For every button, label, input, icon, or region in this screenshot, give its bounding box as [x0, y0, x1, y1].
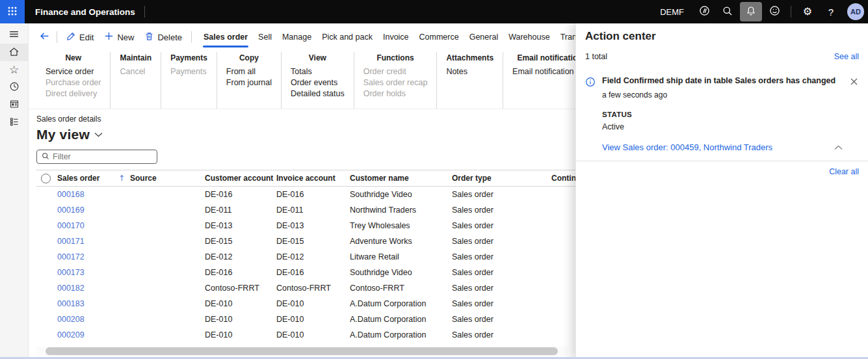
table-row[interactable]: 000209 DE-010 DE-010 A.Datum Corporation… [36, 327, 603, 343]
notification-card[interactable]: Field Confirmed ship date in table Sales… [585, 76, 859, 152]
ribbon-item[interactable]: Service order [46, 66, 94, 77]
action-pane-tab[interactable]: Sales order [200, 23, 251, 51]
ribbon-group-title: Maintain [120, 53, 151, 62]
order-type-cell: Sales order [452, 252, 551, 261]
sales-order-link[interactable]: 000208 [57, 315, 130, 324]
table-row[interactable]: 000170 DE-013 DE-013 Trey Wholesales Sal… [36, 218, 603, 233]
table-row[interactable]: 000172 DE-012 DE-012 Litware Retail Sale… [36, 249, 603, 265]
workspaces-icon [9, 99, 20, 111]
sales-order-link[interactable]: 000183 [57, 299, 130, 308]
order-type-cell: Sales order [452, 315, 551, 324]
table-row[interactable]: 000171 DE-015 DE-015 Adventure Works Sal… [36, 233, 603, 249]
ribbon-item: Payments [170, 66, 207, 77]
table-row[interactable]: 000169 DE-011 DE-011 Northwind Traders S… [36, 202, 603, 218]
sales-order-link[interactable]: 000172 [57, 252, 130, 261]
settings-button[interactable]: ⚙ [796, 2, 819, 21]
feedback-button[interactable] [763, 2, 785, 21]
ribbon-item: Purchase order [46, 77, 101, 88]
column-header-sales-order[interactable]: Sales order [57, 174, 99, 183]
delete-button[interactable]: Delete [139, 31, 187, 43]
column-header-order-type[interactable]: Order type [452, 174, 551, 183]
sales-order-link[interactable]: 000170 [57, 221, 130, 230]
action-pane-tabs: Sales order Sell Manage Pick and pack In… [198, 23, 637, 51]
sort-ascending-icon[interactable]: ↑ [118, 174, 125, 183]
sales-order-link[interactable]: 000209 [57, 330, 130, 339]
order-type-cell: Sales order [452, 237, 551, 246]
help-button[interactable]: ? [820, 2, 842, 21]
ribbon-item: Order holds [363, 88, 406, 100]
sales-order-link[interactable]: 000171 [57, 237, 130, 246]
copilot-button[interactable] [693, 2, 715, 21]
close-notification-button[interactable] [849, 76, 859, 88]
ribbon-group: Functions Order credit Sales order recap… [354, 52, 438, 109]
order-type-cell: Sales order [452, 221, 551, 230]
environment-label[interactable]: DEMF [660, 7, 684, 17]
action-pane-tab[interactable]: General [466, 23, 501, 51]
home-icon [8, 46, 20, 59]
sidebar-item-menu[interactable] [0, 26, 29, 44]
chevron-down-icon[interactable] [94, 130, 103, 139]
action-pane-tab[interactable]: Warehouse [505, 23, 553, 51]
chevron-up-icon[interactable] [834, 143, 843, 152]
sales-order-link[interactable]: 000169 [57, 206, 130, 215]
column-header-customer-name[interactable]: Customer name [350, 174, 452, 183]
sales-order-link[interactable]: 000168 [57, 190, 130, 199]
sidebar-item-recent[interactable] [0, 79, 29, 96]
ribbon-item: Sales order recap [363, 77, 428, 88]
view-sales-order-link[interactable]: View Sales order: 000459, Northwind Trad… [602, 142, 772, 152]
ribbon-item[interactable]: Totals [291, 66, 312, 77]
sales-order-link[interactable]: 000182 [57, 284, 130, 293]
ribbon-item[interactable]: From journal [226, 77, 272, 88]
filter-input[interactable] [53, 152, 152, 161]
table-row[interactable]: 000182 Contoso-FRRT Contoso-FRRT Contoso… [36, 280, 603, 296]
ribbon-item[interactable]: From all [226, 66, 256, 77]
notifications-button[interactable] [740, 2, 762, 21]
ribbon-item[interactable]: Notes [446, 66, 467, 77]
new-button[interactable]: New [99, 31, 139, 43]
toolbar-divider [191, 31, 192, 43]
horizontal-scrollbar-thumb[interactable] [46, 347, 558, 355]
ribbon-item[interactable]: Detailed status [291, 88, 345, 100]
action-pane-tab[interactable]: Invoice [380, 23, 412, 51]
app-launcher-button[interactable] [0, 0, 25, 23]
invoice-account-cell: DE-015 [276, 237, 350, 246]
invoice-account-cell: DE-011 [276, 206, 350, 215]
action-pane-tab[interactable]: Manage [279, 23, 315, 51]
column-header-customer-account[interactable]: Customer account [205, 174, 276, 183]
action-pane-tab[interactable]: Sell [255, 23, 275, 51]
table-row[interactable]: 000208 DE-010 DE-010 A.Datum Corporation… [36, 312, 603, 327]
sidebar-item-workspaces[interactable] [0, 96, 29, 114]
search-icon [722, 6, 733, 18]
action-pane-tab[interactable]: Pick and pack [319, 23, 376, 51]
customer-name-cell: Litware Retail [350, 252, 452, 261]
column-header-invoice-account[interactable]: Invoice account [276, 174, 350, 183]
filter-field[interactable] [36, 150, 157, 164]
order-type-cell: Sales order [452, 268, 551, 277]
table-row[interactable]: 000173 DE-016 DE-016 Southridge Video Sa… [36, 265, 603, 280]
modules-list-icon [9, 116, 20, 129]
clear-all-link[interactable]: Clear all [829, 167, 859, 176]
ribbon-item[interactable]: Order events [291, 77, 337, 88]
pencil-icon [66, 31, 76, 43]
table-row[interactable]: 000183 DE-010 DE-010 A.Datum Corporation… [36, 296, 603, 312]
notification-message: Field Confirmed ship date in table Sales… [602, 76, 843, 86]
sidebar-item-favorites[interactable]: ☆ [0, 61, 29, 79]
action-pane-tab[interactable]: Commerce [416, 23, 462, 51]
sidebar-item-modules[interactable] [0, 114, 29, 131]
table-row[interactable]: 000168 DE-016 DE-016 Southridge Video Sa… [36, 187, 603, 202]
customer-name-cell: Southridge Video [350, 268, 452, 277]
order-type-cell: Sales order [452, 190, 551, 199]
back-button[interactable] [36, 31, 53, 44]
select-all-checkbox[interactable] [41, 174, 51, 183]
horizontal-scrollbar[interactable] [36, 347, 568, 356]
sidebar-item-home[interactable] [0, 44, 29, 61]
account-avatar[interactable]: AD [847, 3, 864, 20]
ribbon-group: Payments Payments [161, 52, 217, 109]
edit-button[interactable]: Edit [61, 31, 99, 43]
column-header-source[interactable]: Source [130, 174, 205, 183]
sales-order-link[interactable]: 000173 [57, 268, 130, 277]
view-title[interactable]: My view [36, 127, 90, 142]
see-all-link[interactable]: See all [834, 52, 859, 61]
edit-label: Edit [79, 33, 94, 42]
search-button[interactable] [717, 2, 739, 21]
